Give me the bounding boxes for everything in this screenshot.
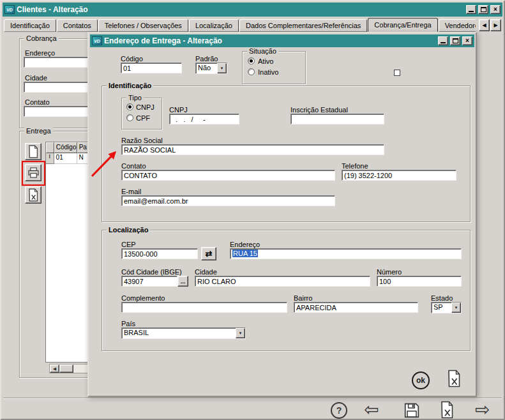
ibge-label: Cód Cidade (IBGE) xyxy=(121,268,182,276)
estado-combobox[interactable]: SP ▼ xyxy=(431,302,462,313)
tab-scroll-left-button[interactable]: ◀ xyxy=(479,19,490,31)
bairro-label: Bairro xyxy=(294,294,312,302)
selected-text: RUA 15 xyxy=(232,250,258,257)
endereco-entrega-dialog: VD Endereço de Entrega - Alteração × Cód… xyxy=(87,32,477,397)
cidade-input[interactable] xyxy=(195,276,370,287)
telefone-input[interactable] xyxy=(342,170,456,181)
cnpj-radio[interactable] xyxy=(126,103,133,110)
tab-telefones-observacoes[interactable]: Telefones / Observações xyxy=(98,19,188,32)
ativo-radio[interactable] xyxy=(248,57,255,64)
next-record-button[interactable]: ⇨ xyxy=(475,401,490,419)
tab-scroll-right-icon: ▶ xyxy=(494,22,497,28)
tab-identificacao[interactable]: Identificação xyxy=(4,19,56,32)
previous-record-button[interactable]: ⇦ xyxy=(364,401,379,419)
ok-button[interactable]: ok xyxy=(412,371,430,389)
cnpj-input[interactable] xyxy=(169,114,239,124)
cpf-radio-label[interactable]: CPF xyxy=(136,114,150,122)
cobranca-contato-input[interactable] xyxy=(24,106,91,117)
entrega-grid-row[interactable]: I 01 N xyxy=(46,153,92,164)
razao-social-input[interactable] xyxy=(121,144,384,155)
ibge-input[interactable] xyxy=(121,276,177,287)
entrega-print-button[interactable] xyxy=(25,164,41,181)
ok-icon: ok xyxy=(416,376,425,385)
dialog-cancel-button[interactable] xyxy=(446,370,462,389)
help-button[interactable]: ? xyxy=(331,402,347,419)
entrega-grid-hscrollbar[interactable]: ◀ xyxy=(49,364,91,373)
main-titlebar: VD Clientes - Alteração × xyxy=(3,3,502,17)
endereco-input[interactable]: RUA 15 xyxy=(230,248,462,259)
dropdown-icon[interactable]: ▼ xyxy=(236,328,245,338)
codigo-input[interactable] xyxy=(121,63,182,73)
tipo-group-title: Tipo xyxy=(126,94,144,101)
ibge-lookup-button[interactable]: ... xyxy=(177,276,188,287)
entrega-grid[interactable]: Código Pa I 01 N xyxy=(45,142,93,363)
small-checkbox[interactable] xyxy=(394,70,400,76)
entrega-grid-header: Código Pa xyxy=(46,142,92,153)
document-x-icon xyxy=(446,370,462,387)
contato-label: Contato xyxy=(121,162,146,170)
entrega-delete-button[interactable] xyxy=(25,186,41,204)
contato-input[interactable] xyxy=(121,170,335,181)
tab-dados-complementares[interactable]: Dados Complementares/Referências xyxy=(239,19,367,32)
tab-localizacao[interactable]: Localização xyxy=(189,19,239,32)
grid-row-indicator: I xyxy=(46,153,54,164)
tab-contatos[interactable]: Contatos xyxy=(57,19,98,32)
cnpj-radio-label[interactable]: CNPJ xyxy=(136,103,155,111)
cnpj-label: CNPJ xyxy=(169,106,188,114)
cancel-button[interactable] xyxy=(439,401,455,420)
maximize-button[interactable] xyxy=(478,5,488,14)
entrega-new-button[interactable] xyxy=(25,143,41,160)
email-input[interactable] xyxy=(121,195,335,206)
dialog-minimize-button[interactable] xyxy=(438,36,448,45)
inativo-radio-label[interactable]: Inativo xyxy=(258,68,278,76)
window-title: Clientes - Alteração xyxy=(17,5,464,14)
cobranca-endereco-input[interactable] xyxy=(24,57,91,68)
numero-label: Número xyxy=(377,268,402,276)
cpf-radio[interactable] xyxy=(126,114,133,121)
save-icon xyxy=(403,402,420,419)
grid-cell-codigo[interactable]: 01 xyxy=(54,153,77,164)
inscricao-estadual-input[interactable] xyxy=(290,114,384,124)
dropdown-icon[interactable]: ▼ xyxy=(217,63,227,73)
numero-input[interactable] xyxy=(377,276,462,287)
bairro-input[interactable] xyxy=(294,302,418,313)
scrollbar-thumb[interactable] xyxy=(59,364,73,373)
cobranca-group-title: Cobrança xyxy=(24,34,59,42)
cep-input[interactable] xyxy=(121,248,198,259)
arrow-left-icon: ⇦ xyxy=(364,399,379,420)
cidade-label: Cidade xyxy=(195,268,217,276)
dropdown-icon[interactable]: ▼ xyxy=(451,303,461,313)
close-icon: × xyxy=(494,6,497,13)
padrao-combobox[interactable]: Não ▼ xyxy=(195,63,227,74)
save-button[interactable] xyxy=(403,402,420,420)
cobranca-contato-label: Contato xyxy=(25,98,50,106)
tab-cobranca-entrega[interactable]: Cobrança/Entrega xyxy=(368,18,437,32)
dialog-close-button[interactable]: × xyxy=(462,36,472,45)
grid-indicator-header xyxy=(46,142,54,153)
situacao-group-title: Situação xyxy=(247,47,278,55)
situacao-groupbox: Situação Ativo Inativo xyxy=(242,51,306,84)
razao-social-label: Razão Social xyxy=(121,137,163,144)
minimize-icon xyxy=(441,42,446,43)
estado-label: Estado xyxy=(431,294,453,302)
pais-combobox[interactable]: BRASIL ▼ xyxy=(121,327,246,339)
cep-lookup-button[interactable]: ⇄ xyxy=(201,247,216,260)
tab-vendedores[interactable]: Vendedores xyxy=(439,19,476,32)
scrollbar-left-button[interactable]: ◀ xyxy=(50,364,59,373)
email-label: E-mail xyxy=(121,188,141,195)
tab-bar: Identificação Contatos Telefones / Obser… xyxy=(4,18,476,32)
grid-col-codigo[interactable]: Código xyxy=(54,142,77,153)
complemento-input[interactable] xyxy=(121,302,287,313)
ativo-radio-label[interactable]: Ativo xyxy=(258,57,273,65)
cobranca-cidade-label: Cidade xyxy=(25,74,47,82)
codigo-label: Código xyxy=(121,55,143,63)
close-button[interactable]: × xyxy=(490,5,501,14)
minimize-button[interactable] xyxy=(466,5,476,14)
printer-icon xyxy=(27,167,40,179)
inativo-radio[interactable] xyxy=(248,68,255,75)
tab-scroll-right-button[interactable]: ▶ xyxy=(490,19,501,31)
radio-dot-icon xyxy=(128,105,132,109)
cobranca-cidade-input[interactable] xyxy=(24,82,91,93)
dialog-maximize-button[interactable] xyxy=(450,36,460,45)
radio-dot-icon xyxy=(250,59,253,63)
